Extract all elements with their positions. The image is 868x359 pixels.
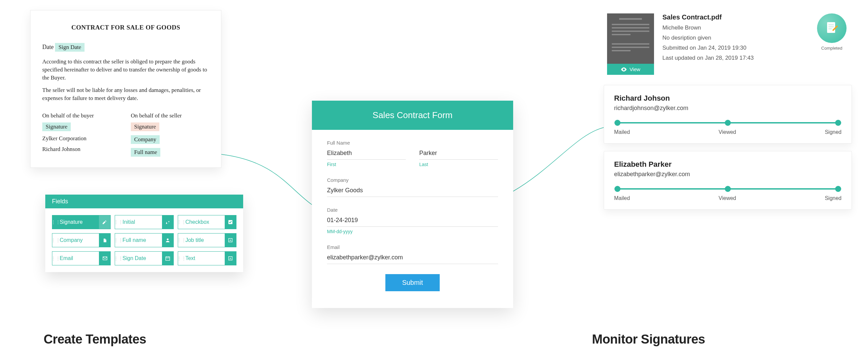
document-signed-icon [825, 21, 839, 36]
checkbox-icon [225, 215, 236, 229]
text-icon: A [225, 251, 236, 265]
signer-name: Elizabeth Parker [614, 160, 841, 169]
date-icon [162, 251, 174, 265]
svg-text:A: A [230, 257, 232, 260]
field-date[interactable]: ⋮⋮Sign Date [115, 251, 174, 265]
signer-email: richardjohnson@zylker.com [614, 105, 841, 112]
seller-column: On behalf of the seller Signature Compan… [131, 112, 209, 161]
eye-icon [621, 67, 627, 71]
completed-label: Completed [815, 46, 848, 51]
completed-badge-icon [817, 13, 846, 43]
stage-signed: Signed [825, 129, 841, 135]
first-name-hint: First [327, 162, 406, 167]
svg-point-1 [167, 239, 168, 240]
contract-date-line: Date Sign Date [42, 43, 209, 52]
signer-email: elizabethparker@zylker.com [614, 171, 841, 178]
drag-handle-icon: ⋮⋮ [115, 234, 122, 247]
buyer-name: Richard Johnson [42, 146, 121, 153]
progress-track [617, 186, 838, 191]
drag-handle-icon: ⋮⋮ [115, 251, 122, 265]
last-name-hint: Last [419, 162, 498, 167]
buyer-company: Zylker Corporation [42, 135, 121, 142]
field-checkbox[interactable]: ⋮⋮Checkbox [178, 215, 237, 229]
field-label: Email [59, 255, 99, 261]
field-signature[interactable]: ⋮⋮Signature [52, 215, 111, 229]
buyer-column: On behalf of the buyer Signature Zylker … [42, 112, 121, 161]
svg-rect-11 [827, 22, 835, 33]
field-label: Company [59, 237, 99, 243]
field-label: Checkbox [185, 219, 225, 225]
buyer-label: On behalf of the buyer [42, 112, 121, 119]
completed-status: Completed [815, 13, 848, 75]
svg-rect-5 [166, 257, 170, 260]
drag-handle-icon: ⋮⋮ [52, 251, 59, 265]
email-icon [99, 251, 110, 265]
field-text[interactable]: ⋮⋮TextA [178, 251, 237, 265]
initial-icon [162, 215, 174, 229]
field-company[interactable]: ⋮⋮Company [52, 233, 111, 247]
view-label: View [629, 66, 640, 72]
field-label: Signature [59, 219, 99, 225]
svg-text:A: A [230, 239, 232, 242]
seller-signature-tag[interactable]: Signature [131, 122, 159, 131]
seller-label: On behalf of the seller [131, 112, 209, 119]
company-label: Company [327, 177, 498, 183]
sales-contract-form: Sales Contract Form Full Name First Last… [312, 101, 513, 308]
field-label: Sign Date [122, 255, 162, 261]
date-input[interactable] [327, 215, 498, 227]
date-label: Date [42, 43, 54, 50]
email-label: Email [327, 244, 498, 250]
field-label: Initial [122, 219, 162, 225]
contract-paragraph-1: According to this contract the seller is… [42, 58, 209, 82]
last-name-input[interactable] [419, 148, 498, 160]
fullname-icon [162, 234, 174, 247]
full-name-label: Full Name [327, 140, 498, 146]
email-input[interactable] [327, 252, 498, 264]
document-submitted: Submitted on Jan 24, 2019 19:30 [662, 44, 807, 51]
stage-mailed: Mailed [614, 129, 630, 135]
first-name-input[interactable] [327, 148, 406, 160]
date-label: Date [327, 207, 498, 213]
field-label: Job title [185, 237, 225, 243]
field-fullname[interactable]: ⋮⋮Full name [115, 233, 174, 247]
field-email[interactable]: ⋮⋮Email [52, 251, 111, 265]
signer-card: Elizabeth Parkerelizabethparker@zylker.c… [604, 151, 852, 210]
fields-palette-header: Fields [45, 195, 243, 208]
field-label: Text [185, 255, 225, 261]
stage-mailed: Mailed [614, 195, 630, 201]
drag-handle-icon: ⋮⋮ [178, 251, 185, 265]
drag-handle-icon: ⋮⋮ [52, 234, 59, 247]
signer-card: Richard Johsonrichardjohnson@zylker.comM… [604, 85, 852, 144]
drag-handle-icon: ⋮⋮ [52, 215, 59, 229]
sign-date-tag[interactable]: Sign Date [55, 43, 85, 52]
document-meta: Sales Contract.pdf Michelle Brown No des… [662, 13, 807, 75]
drag-handle-icon: ⋮⋮ [178, 215, 185, 229]
drag-handle-icon: ⋮⋮ [115, 215, 122, 229]
monitor-panel: View Sales Contract.pdf Michelle Brown N… [604, 13, 852, 217]
jobtitle-icon: A [225, 234, 236, 247]
company-icon [99, 234, 110, 247]
buyer-signature-tag[interactable]: Signature [42, 122, 71, 131]
field-label: Full name [122, 237, 162, 243]
create-templates-heading: Create Templates [43, 332, 146, 347]
fields-palette: Fields ⋮⋮Signature⋮⋮Initial⋮⋮Checkbox⋮⋮C… [45, 195, 243, 272]
template-document-card: CONTRACT FOR SALE OF GOODS Date Sign Dat… [30, 10, 221, 168]
submit-button[interactable]: Submit [385, 274, 440, 291]
stage-viewed: Viewed [719, 129, 736, 135]
date-hint: MM-dd-yyyy [327, 229, 498, 234]
stage-viewed: Viewed [719, 195, 736, 201]
document-title: Sales Contract.pdf [662, 13, 807, 21]
field-jobtitle[interactable]: ⋮⋮Job titleA [178, 233, 237, 247]
drag-handle-icon: ⋮⋮ [178, 234, 185, 247]
contract-title: CONTRACT FOR SALE OF GOODS [42, 24, 209, 31]
progress-track [617, 120, 838, 125]
seller-company-tag[interactable]: Company [131, 135, 160, 144]
seller-name-tag[interactable]: Full name [131, 148, 160, 157]
stage-signed: Signed [825, 195, 841, 201]
view-button[interactable]: View [607, 64, 654, 75]
field-initial[interactable]: ⋮⋮Initial [115, 215, 174, 229]
signature-icon [99, 215, 110, 229]
company-input[interactable] [327, 185, 498, 197]
signer-name: Richard Johson [614, 94, 841, 103]
document-updated: Last updated on Jan 28, 2019 17:43 [662, 55, 807, 61]
